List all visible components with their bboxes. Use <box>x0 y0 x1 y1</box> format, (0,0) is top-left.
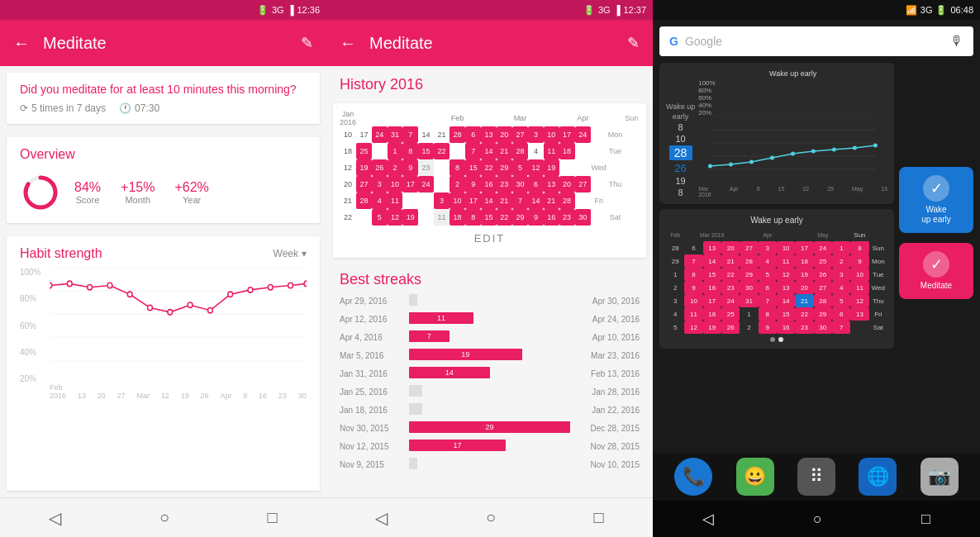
nav-back-btn-2[interactable]: ◁ <box>375 508 388 528</box>
wake-chart-svg <box>698 116 887 183</box>
habit-header: Habit strength Week ▾ <box>20 246 307 261</box>
score-label: Score <box>74 195 101 205</box>
time-item: 🕐 07:30 <box>119 102 159 114</box>
meditate-button[interactable]: ✓ Meditate <box>899 243 973 299</box>
signal-icon-3: 📶 <box>906 5 917 16</box>
list-item: Nov 9, 2015 Nov 10, 2015 <box>326 455 653 473</box>
svg-point-19 <box>288 283 293 288</box>
wake-stats: Wake up early 8 10 28 26 19 8 <box>666 102 695 197</box>
meditate-check-icon: ✓ <box>923 251 949 278</box>
overview-title: Overview <box>20 147 307 162</box>
nav-recents-btn-1[interactable]: □ <box>268 508 278 527</box>
svg-point-12 <box>148 305 153 310</box>
svg-point-16 <box>228 292 233 297</box>
wake-chart-title: Wake up early <box>698 69 887 78</box>
status-bar-1: 🔋 3G ▐ 12:36 <box>0 0 326 20</box>
meditate-btn-label: Meditate <box>921 281 952 291</box>
svg-point-7 <box>50 283 52 288</box>
nav-home-btn-2[interactable]: ○ <box>486 508 496 527</box>
signal-icon-2: 🔋 <box>583 5 595 16</box>
google-logo: G <box>669 35 678 48</box>
svg-point-26 <box>708 164 712 169</box>
chart-area <box>50 268 307 383</box>
wake-up-early-numbers-widget: Wake up early 8 10 28 26 19 8 Wake up ea… <box>659 63 894 204</box>
svg-point-20 <box>304 281 307 286</box>
svg-point-9 <box>88 284 93 289</box>
period-dropdown[interactable]: Week ▾ <box>274 248 307 259</box>
question-card: Did you meditate for at least 10 minutes… <box>7 73 320 124</box>
network-label-3: 3G <box>921 5 933 15</box>
bottom-nav-3: ◁ ○ □ <box>653 501 980 537</box>
wake-check-icon: ✓ <box>923 175 949 202</box>
mini-cal-title: Wake up early <box>666 216 887 225</box>
browser-app-icon[interactable]: 🌐 <box>859 458 897 496</box>
edit-icon-2[interactable]: ✎ <box>627 34 640 52</box>
wake-line-chart: Wake up early 100%80%60%40%20% <box>698 69 887 197</box>
list-item: Apr 12, 2016 11 Apr 24, 2016 <box>326 310 653 328</box>
svg-point-11 <box>127 292 132 297</box>
svg-point-32 <box>832 148 836 152</box>
mic-icon[interactable]: 🎙 <box>950 34 963 49</box>
nav-recents-btn-3[interactable]: □ <box>921 511 930 528</box>
status-bar-2: 🔋 3G ▐ 12:37 <box>326 0 653 20</box>
list-item: Apr 29, 2016 Apr 30, 2016 <box>326 292 653 310</box>
edit-button[interactable]: EDIT <box>340 226 640 251</box>
nav-recents-btn-2[interactable]: □ <box>594 508 604 527</box>
score-stat: 84% Score <box>74 180 101 205</box>
nav-home-btn-1[interactable]: ○ <box>159 508 169 527</box>
google-search-bar[interactable]: G Google 🎙 <box>659 26 973 56</box>
app-title-2: Meditate <box>369 34 614 53</box>
widgets-area: Wake up early 8 10 28 26 19 8 Wake up ea… <box>653 63 980 453</box>
wake-early-button[interactable]: ✓ Wakeup early <box>899 167 973 233</box>
svg-point-29 <box>770 156 774 160</box>
bottom-nav-1: ◁ ○ □ <box>0 497 326 537</box>
period-label: Week <box>274 248 298 259</box>
app-title-1: Meditate <box>43 34 288 53</box>
history-title: History 2016 <box>326 66 653 97</box>
bottom-nav-2: ◁ ○ □ <box>326 497 653 537</box>
app-dock: 📞 😀 ⠿ 🌐 📷 <box>653 453 980 501</box>
network-label: 3G <box>272 5 284 15</box>
list-item: Nov 30, 2015 29 Dec 28, 2015 <box>326 419 653 437</box>
camera-app-icon[interactable]: 📷 <box>921 458 959 496</box>
list-item: Jan 31, 2016 14 Feb 13, 2016 <box>326 364 653 383</box>
nav-back-btn-1[interactable]: ◁ <box>49 508 61 528</box>
stats-row: 84% Score +15% Month +62% Year <box>74 180 209 205</box>
best-streaks-section: Best streaks Apr 29, 2016 Apr 30, 2016 A… <box>326 264 653 473</box>
list-item: Jan 18, 2016 Jan 22, 2016 <box>326 401 653 419</box>
meta-row: ⟳ 5 times in 7 days 🕐 07:30 <box>20 102 307 114</box>
back-button-1[interactable]: ← <box>13 34 30 53</box>
contacts-app-icon[interactable]: 😀 <box>736 458 774 496</box>
panel-history: 🔋 3G ▐ 12:37 ← Meditate ✎ History 2016 J… <box>326 0 653 537</box>
svg-point-30 <box>791 152 795 156</box>
year-stat: +62% Year <box>174 180 208 205</box>
nav-back-btn-3[interactable]: ◁ <box>702 510 714 528</box>
x-axis-labels: Feb2016132027 Mar121926 Apr9162330 <box>50 383 307 400</box>
svg-point-33 <box>853 146 857 150</box>
habit-chart: 100% 80% 60% 40% 20% <box>20 268 307 400</box>
network-label-2: 3G <box>598 5 611 15</box>
y-axis-labels: 100% 80% 60% 40% 20% <box>20 268 50 383</box>
history-calendar: Jan 2016 Feb Mar Apr Sun 10172431 714212… <box>340 110 640 226</box>
phone-app-icon[interactable]: 📞 <box>674 458 712 496</box>
chevron-down-icon: ▾ <box>302 248 307 259</box>
svg-point-15 <box>207 307 212 312</box>
year-value: +62% <box>174 180 208 195</box>
edit-icon-1[interactable]: ✎ <box>301 34 313 52</box>
time-text: 07:30 <box>135 102 159 114</box>
overview-card: Overview 84% Score +15% Month +62% <box>7 137 320 223</box>
wake-early-btn-label: Wakeup early <box>921 205 951 225</box>
google-placeholder: Google <box>685 35 944 48</box>
apps-icon[interactable]: ⠿ <box>797 458 835 496</box>
nav-home-btn-3[interactable]: ○ <box>813 511 822 528</box>
year-label: Year <box>174 195 208 205</box>
month-label: Month <box>121 195 155 205</box>
panel-meditate-detail: 🔋 3G ▐ 12:36 ← Meditate ✎ Did you medita… <box>0 0 326 537</box>
back-button-2[interactable]: ← <box>340 34 356 53</box>
streaks-list: Apr 29, 2016 Apr 30, 2016 Apr 12, 2016 1… <box>326 292 653 473</box>
history-content: History 2016 Jan 2016 Feb Mar Apr Sun 10… <box>326 66 653 497</box>
svg-point-14 <box>188 302 193 307</box>
habit-strength-card: Habit strength Week ▾ 100% 80% 60% 40% 2… <box>7 236 320 491</box>
list-item: Mar 5, 2016 19 Mar 23, 2016 <box>326 346 653 364</box>
score-value: 84% <box>74 180 101 195</box>
